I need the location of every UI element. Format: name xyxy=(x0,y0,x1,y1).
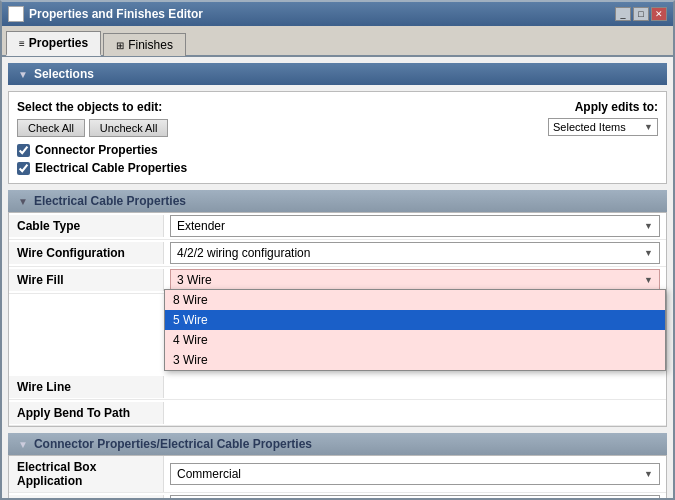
cable-type-value: Extender ▼ xyxy=(164,213,666,239)
elec-box-dropdown-arrow: ▼ xyxy=(644,469,653,479)
elec-box-row: Electrical Box Application Commercial ▼ xyxy=(9,456,666,493)
cable-type-row: Cable Type Extender ▼ xyxy=(9,213,666,240)
select-objects-label: Select the objects to edit: xyxy=(17,100,168,114)
check-buttons: Check All Uncheck All xyxy=(17,119,168,137)
electrical-cable-properties-panel: Cable Type Extender ▼ Wire Configuration… xyxy=(8,212,667,427)
wire-line-value xyxy=(164,385,666,389)
selections-header[interactable]: ▼ Selections xyxy=(8,63,667,85)
finishes-tab-icon: ⊞ xyxy=(116,40,124,51)
connector-properties-checkbox[interactable] xyxy=(17,144,30,157)
apply-dropdown-value: Selected Items xyxy=(553,121,626,133)
wire-line-row: Wire Line xyxy=(9,374,666,400)
title-bar-left: 🗂 Properties and Finishes Editor xyxy=(8,6,203,22)
selections-title: Selections xyxy=(34,67,94,81)
tab-properties[interactable]: ≡ Properties xyxy=(6,31,101,56)
tag-label: Tag xyxy=(9,495,164,499)
tag-input[interactable] xyxy=(170,495,660,499)
main-content: ▼ Selections Select the objects to edit:… xyxy=(2,57,673,499)
wire-config-label: Wire Configuration xyxy=(9,242,164,264)
uncheck-all-button[interactable]: Uncheck All xyxy=(89,119,168,137)
electrical-cable-chevron: ▼ xyxy=(18,196,28,207)
elec-box-dropdown-value: Commercial xyxy=(177,467,241,481)
cable-type-dropdown-arrow: ▼ xyxy=(644,221,653,231)
wire-config-row: Wire Configuration 4/2/2 wiring configur… xyxy=(9,240,666,267)
wire-fill-label: Wire Fill xyxy=(9,269,164,291)
wire-fill-row: Wire Fill 3 Wire ▼ 8 Wire 5 Wire xyxy=(9,267,666,294)
elec-box-value: Commercial ▼ xyxy=(164,461,666,487)
connector-properties-label: Connector Properties xyxy=(35,143,158,157)
electrical-cable-section-header[interactable]: ▼ Electrical Cable Properties xyxy=(8,190,667,212)
apply-dropdown-arrow: ▼ xyxy=(644,122,653,132)
tab-finishes[interactable]: ⊞ Finishes xyxy=(103,33,186,56)
title-icon: 🗂 xyxy=(8,6,24,22)
tag-row: Tag xyxy=(9,493,666,499)
connector-section-header[interactable]: ▼ Connector Properties/Electrical Cable … xyxy=(8,433,667,455)
check-all-button[interactable]: Check All xyxy=(17,119,85,137)
title-controls: _ □ ✕ xyxy=(615,7,667,21)
connector-chevron: ▼ xyxy=(18,439,28,450)
elec-box-label: Electrical Box Application xyxy=(9,456,164,492)
electrical-cable-checkbox-row: Electrical Cable Properties xyxy=(17,161,658,175)
properties-tab-icon: ≡ xyxy=(19,38,25,49)
title-bar: 🗂 Properties and Finishes Editor _ □ ✕ xyxy=(2,2,673,26)
connector-checkbox-row: Connector Properties xyxy=(17,143,658,157)
cable-type-label: Cable Type xyxy=(9,215,164,237)
elec-box-dropdown[interactable]: Commercial ▼ xyxy=(170,463,660,485)
wire-config-value: 4/2/2 wiring configuration ▼ xyxy=(164,240,666,266)
wire-fill-option-4wire[interactable]: 4 Wire xyxy=(165,330,665,350)
apply-edits-label: Apply edits to: xyxy=(548,100,658,114)
window-title: Properties and Finishes Editor xyxy=(29,7,203,21)
wire-fill-dropdown-popup: 8 Wire 5 Wire 4 Wire 3 Wire xyxy=(164,289,666,371)
apply-bend-label: Apply Bend To Path xyxy=(9,402,164,424)
apply-edits-area: Apply edits to: Selected Items ▼ xyxy=(548,100,658,136)
close-button[interactable]: ✕ xyxy=(651,7,667,21)
electrical-cable-label: Electrical Cable Properties xyxy=(35,161,187,175)
selections-left: Select the objects to edit: Check All Un… xyxy=(17,100,168,137)
apply-bend-value xyxy=(164,411,666,415)
maximize-button[interactable]: □ xyxy=(633,7,649,21)
apply-dropdown-container: Selected Items ▼ xyxy=(548,118,658,136)
apply-bend-row: Apply Bend To Path xyxy=(9,400,666,426)
selections-chevron: ▼ xyxy=(18,69,28,80)
minimize-button[interactable]: _ xyxy=(615,7,631,21)
apply-dropdown[interactable]: Selected Items ▼ xyxy=(548,118,658,136)
selections-top: Select the objects to edit: Check All Un… xyxy=(17,100,658,137)
wire-fill-dropdown[interactable]: 3 Wire ▼ xyxy=(170,269,660,291)
wire-fill-option-3wire[interactable]: 3 Wire xyxy=(165,350,665,370)
wire-config-dropdown-arrow: ▼ xyxy=(644,248,653,258)
selections-area: Select the objects to edit: Check All Un… xyxy=(8,91,667,184)
wire-line-label: Wire Line xyxy=(9,376,164,398)
wire-fill-option-8wire[interactable]: 8 Wire xyxy=(165,290,665,310)
cable-type-dropdown-value: Extender xyxy=(177,219,225,233)
main-window: 🗂 Properties and Finishes Editor _ □ ✕ ≡… xyxy=(0,0,675,500)
wire-fill-dropdown-value: 3 Wire xyxy=(177,273,212,287)
tag-value xyxy=(164,493,666,499)
finishes-tab-label: Finishes xyxy=(128,38,173,52)
wire-config-dropdown-value: 4/2/2 wiring configuration xyxy=(177,246,310,260)
tab-bar: ≡ Properties ⊞ Finishes xyxy=(2,26,673,57)
properties-tab-label: Properties xyxy=(29,36,88,50)
wire-fill-dropdown-arrow: ▼ xyxy=(644,275,653,285)
electrical-cable-section-title: Electrical Cable Properties xyxy=(34,194,186,208)
connector-section-title: Connector Properties/Electrical Cable Pr… xyxy=(34,437,312,451)
wire-fill-value: 3 Wire ▼ 8 Wire 5 Wire 4 Wire xyxy=(164,267,666,293)
electrical-cable-checkbox[interactable] xyxy=(17,162,30,175)
wire-fill-option-5wire[interactable]: 5 Wire xyxy=(165,310,665,330)
cable-type-dropdown[interactable]: Extender ▼ xyxy=(170,215,660,237)
connector-panel: Electrical Box Application Commercial ▼ … xyxy=(8,455,667,499)
wire-config-dropdown[interactable]: 4/2/2 wiring configuration ▼ xyxy=(170,242,660,264)
